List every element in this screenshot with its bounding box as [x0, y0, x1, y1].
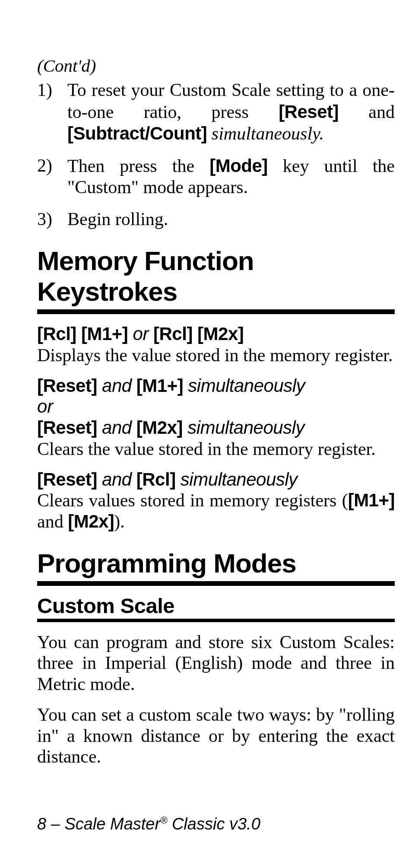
- keystroke-entry: [Reset] and [M1+] simultaneouslyor[Reset…: [37, 375, 395, 460]
- keycap-label: [Rcl] [M2x]: [153, 324, 244, 344]
- keystroke-entry: [Rcl] [M1+] or [Rcl] [M2x]Displays the v…: [37, 324, 395, 366]
- section-heading-programming: Programming Modes: [37, 548, 395, 586]
- body-paragraph: You can program and store six Custom Sca…: [37, 632, 395, 695]
- italic-text: and: [97, 469, 136, 490]
- keystroke-description: Displays the value stored in the memory …: [37, 345, 395, 366]
- keycap-label: [Subtract/Count]: [67, 123, 207, 143]
- body-paragraphs: You can program and store six Custom Sca…: [37, 632, 395, 767]
- keystroke-lead: [Rcl] [M1+] or [Rcl] [M2x]: [37, 324, 395, 345]
- footer-title-b: Classic v3.0: [167, 815, 260, 833]
- keystroke-entry: [Reset] and [Rcl] simultaneouslyClears v…: [37, 469, 395, 532]
- body-text: Then press the: [67, 156, 209, 176]
- italic-text: or: [128, 324, 153, 344]
- registered-mark-icon: ®: [160, 815, 167, 826]
- keycap-label: [Rcl]: [136, 469, 176, 490]
- list-body: Begin rolling.: [67, 209, 395, 230]
- footer-title-a: Scale Master: [64, 815, 160, 833]
- list-body: Then press the [Mode] key until the "Cus…: [67, 155, 395, 198]
- keycap-label: [M1+]: [136, 375, 183, 396]
- continued-label: (Cont'd): [37, 55, 395, 76]
- manual-page: (Cont'd) 1)To reset your Custom Scale se…: [0, 0, 412, 868]
- keycap-label: [M1+]: [348, 490, 395, 510]
- subsection-heading-custom-scale: Custom Scale: [37, 594, 395, 622]
- italic-text: and: [97, 417, 136, 438]
- body-text: ).: [114, 512, 125, 531]
- keystroke-description: Clears the value stored in the memory re…: [37, 439, 395, 460]
- keystroke-description: Clears values stored in memory registers…: [37, 490, 395, 532]
- list-item: 1)To reset your Custom Scale setting to …: [37, 79, 395, 145]
- body-text: and: [339, 102, 395, 122]
- body-text: Clears values stored in memory registers…: [37, 490, 348, 510]
- body-text: and: [37, 512, 68, 531]
- list-body: To reset your Custom Scale setting to a …: [67, 79, 395, 145]
- keycap-label: [Reset]: [279, 102, 339, 122]
- numbered-steps: 1)To reset your Custom Scale setting to …: [37, 79, 395, 230]
- keycap-label: [M2x]: [136, 417, 183, 438]
- keystroke-lead: [Reset] and [Rcl] simultaneously: [37, 469, 395, 490]
- keycap-label: [Rcl] [M1+]: [37, 324, 128, 344]
- keycap-label: [M2x]: [68, 511, 114, 531]
- or-separator: or: [37, 396, 395, 417]
- list-item: 3)Begin rolling.: [37, 209, 395, 230]
- keycap-label: [Mode]: [209, 156, 268, 176]
- italic-text: simultaneously: [183, 375, 305, 396]
- italic-text: and: [97, 375, 136, 396]
- memory-keystroke-list: [Rcl] [M1+] or [Rcl] [M2x]Displays the v…: [37, 324, 395, 532]
- footer-separator: –: [46, 815, 64, 833]
- italic-text: simultaneously: [183, 417, 304, 438]
- page-number: 8: [37, 815, 46, 833]
- list-item: 2)Then press the [Mode] key until the "C…: [37, 155, 395, 198]
- keystroke-lead: [Reset] and [M2x] simultaneously: [37, 417, 395, 439]
- keycap-label: [Reset]: [37, 469, 97, 490]
- keystroke-lead: [Reset] and [M1+] simultaneously: [37, 375, 395, 397]
- list-number: 3): [37, 209, 67, 230]
- page-footer: 8 – Scale Master® Classic v3.0: [37, 815, 260, 833]
- keycap-label: [Reset]: [37, 375, 97, 396]
- body-text: Displays the value stored in the memory …: [37, 345, 393, 365]
- body-text: Begin rolling.: [67, 209, 168, 229]
- body-paragraph: You can set a custom scale two ways: by …: [37, 704, 395, 767]
- body-text: Clears the value stored in the memory re…: [37, 439, 376, 459]
- keycap-label: [Reset]: [37, 417, 97, 438]
- section-heading-memory: Memory Function Keystrokes: [37, 245, 395, 314]
- list-number: 2): [37, 155, 67, 198]
- italic-text: simultaneously.: [207, 124, 324, 143]
- italic-text: simultaneously: [176, 469, 298, 490]
- list-number: 1): [37, 79, 67, 145]
